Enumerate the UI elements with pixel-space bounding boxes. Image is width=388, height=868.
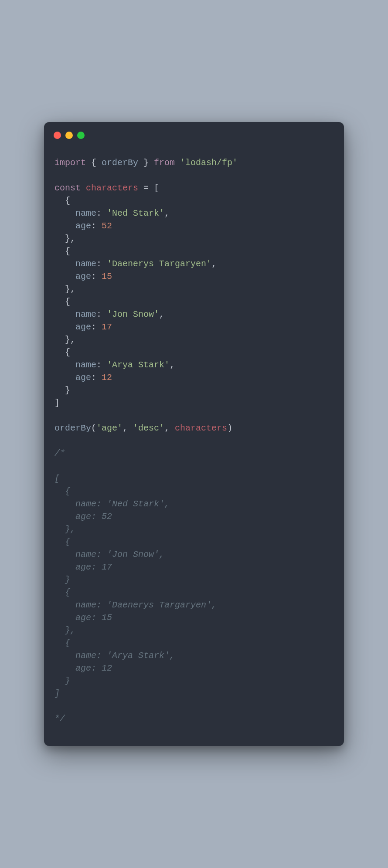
code-token — [54, 322, 75, 332]
code-token: { — [54, 196, 70, 206]
code-block: import { orderBy } from 'lodash/fp' cons… — [44, 139, 344, 734]
code-token: }, — [54, 335, 75, 345]
code-token: } — [54, 676, 70, 686]
code-token: age: 52 — [54, 512, 112, 522]
code-token: }, — [54, 284, 75, 294]
code-token: 12 — [102, 373, 112, 383]
code-token: 'Daenerys Targaryen' — [107, 259, 211, 269]
minimize-icon[interactable] — [65, 132, 73, 139]
code-token: ) — [227, 423, 232, 433]
code-token: : — [96, 259, 107, 269]
close-icon[interactable] — [54, 132, 61, 139]
code-token — [54, 208, 75, 218]
maximize-icon[interactable] — [77, 132, 85, 139]
code-token: , — [159, 309, 164, 319]
code-token: 17 — [102, 322, 112, 332]
code-token: { — [54, 246, 70, 256]
code-token: 52 — [102, 221, 112, 231]
code-token: { — [54, 537, 70, 547]
code-token: name: 'Ned Stark', — [54, 499, 170, 509]
code-token: 'lodash/fp' — [180, 158, 238, 168]
code-token: : — [96, 360, 107, 370]
code-token: : — [91, 373, 102, 383]
code-token: } — [54, 575, 70, 585]
code-token: , — [123, 423, 133, 433]
code-token: , — [164, 208, 170, 218]
code-token: import — [54, 158, 86, 168]
code-token: { — [54, 347, 70, 357]
code-token: age — [75, 271, 91, 281]
code-token: }, — [54, 524, 75, 534]
code-token: age: 15 — [54, 613, 112, 623]
code-token: name: 'Arya Stark', — [54, 651, 175, 661]
code-token: { — [54, 486, 70, 496]
code-token: } — [138, 158, 154, 168]
code-token: from — [154, 158, 175, 168]
code-token: orderBy — [102, 158, 138, 168]
code-token: : — [91, 221, 102, 231]
code-token: ] — [54, 398, 60, 408]
code-token: name — [75, 208, 96, 218]
code-token — [54, 271, 75, 281]
code-token: : — [91, 271, 102, 281]
window-titlebar — [44, 122, 344, 139]
code-token: name — [75, 360, 96, 370]
code-token: 'Jon Snow' — [107, 309, 159, 319]
code-token — [175, 158, 180, 168]
code-token — [54, 373, 75, 383]
code-token: { — [54, 297, 70, 307]
code-token: { — [54, 638, 70, 648]
page-background: import { orderBy } from 'lodash/fp' cons… — [0, 0, 388, 868]
code-token: , — [164, 423, 175, 433]
code-token: { — [86, 158, 102, 168]
code-token: ] — [54, 688, 60, 698]
code-token — [54, 360, 75, 370]
code-token — [54, 309, 75, 319]
code-token: = [ — [138, 183, 159, 193]
code-token: age — [75, 322, 91, 332]
code-token: [ — [54, 474, 60, 484]
code-token: : — [96, 208, 107, 218]
code-token: age: 12 — [54, 663, 112, 673]
code-token: 'age' — [96, 423, 123, 433]
code-token: 'desc' — [133, 423, 164, 433]
code-token — [81, 183, 86, 193]
code-token: name — [75, 259, 96, 269]
code-token: } — [54, 385, 70, 395]
code-token: characters — [175, 423, 227, 433]
code-token: }, — [54, 234, 75, 244]
code-token: orderBy — [54, 423, 91, 433]
code-token: { — [54, 587, 70, 597]
code-token — [54, 221, 75, 231]
code-token: const — [54, 183, 81, 193]
code-token: name: 'Jon Snow', — [54, 549, 164, 559]
code-token: age — [75, 373, 91, 383]
code-token — [54, 259, 75, 269]
code-token: : — [91, 322, 102, 332]
code-token: */ — [54, 714, 65, 724]
code-token: 15 — [102, 271, 112, 281]
code-token: age: 17 — [54, 562, 112, 572]
code-token: name: 'Daenerys Targaryen', — [54, 600, 217, 610]
code-token: }, — [54, 625, 75, 635]
code-token: : — [96, 309, 107, 319]
code-token: ( — [91, 423, 96, 433]
code-token: 'Ned Stark' — [107, 208, 164, 218]
code-token: name — [75, 309, 96, 319]
code-token: age — [75, 221, 91, 231]
code-token: , — [211, 259, 217, 269]
code-token: /* — [54, 448, 65, 458]
code-token: , — [170, 360, 175, 370]
code-token: 'Arya Stark' — [107, 360, 170, 370]
code-window: import { orderBy } from 'lodash/fp' cons… — [44, 122, 344, 746]
code-token: characters — [86, 183, 138, 193]
